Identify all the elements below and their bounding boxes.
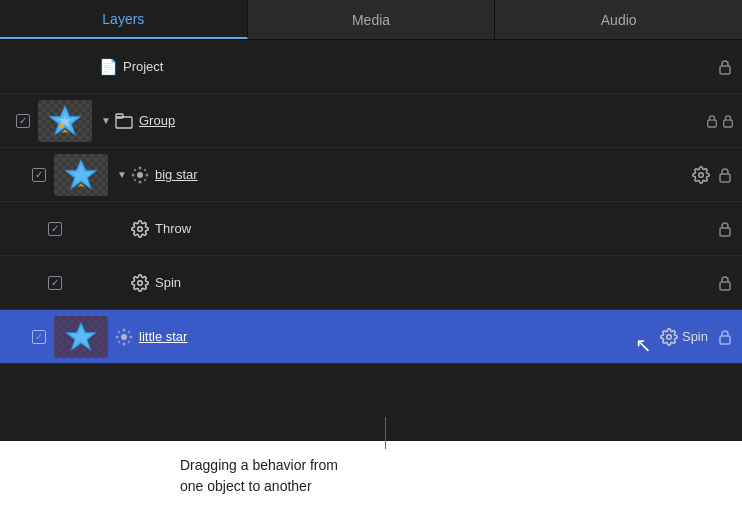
svg-rect-8 [708, 120, 717, 127]
svg-point-28 [123, 328, 126, 331]
group-icon [114, 111, 134, 131]
checkbox-checked-bigstar [32, 168, 46, 182]
tab-media[interactable]: Media [248, 0, 496, 39]
svg-point-32 [118, 330, 120, 332]
gear-icon-spin-row [130, 273, 150, 293]
gear-icon-bigstar [692, 166, 710, 184]
svg-rect-36 [720, 336, 730, 344]
particle-icon-bigstar [130, 165, 150, 185]
layer-row-littlestar[interactable]: little star Spin ↖ [0, 310, 742, 364]
svg-rect-9 [724, 120, 733, 127]
connector [371, 441, 372, 511]
svg-point-33 [128, 330, 130, 332]
svg-point-18 [134, 168, 136, 170]
annotation-area: Dragging a behavior from one object to a… [0, 441, 742, 511]
checkbox-spin[interactable] [40, 276, 70, 290]
lock-icon-project [716, 58, 734, 76]
tab-audio[interactable]: Audio [495, 0, 742, 39]
svg-point-20 [134, 178, 136, 180]
bigstar-name: big star [155, 167, 692, 182]
drag-label: Spin [682, 329, 708, 344]
tab-bar: Layers Media Audio [0, 0, 742, 40]
document-icon: 📄 [98, 57, 118, 77]
checkbox-empty [16, 60, 30, 74]
group-right-icons [706, 114, 734, 128]
svg-point-13 [137, 172, 143, 178]
checkbox-project [8, 60, 38, 74]
svg-rect-23 [720, 228, 730, 236]
svg-point-30 [116, 335, 119, 338]
project-name: Project [123, 59, 716, 74]
svg-text:★: ★ [58, 120, 65, 129]
checkbox-bigstar[interactable] [24, 168, 54, 182]
checkbox-checked-spin [48, 276, 62, 290]
spin-right-icons [716, 274, 734, 292]
tab-layers[interactable]: Layers [0, 0, 248, 39]
cursor-icon: ↖ [635, 333, 652, 357]
tab-layers-label: Layers [102, 11, 144, 27]
layer-list: 📄 Project [0, 40, 742, 441]
lock-icon-littlestar [716, 328, 734, 346]
svg-point-17 [146, 173, 149, 176]
layer-row-project[interactable]: 📄 Project [0, 40, 742, 94]
checkbox-littlestar[interactable] [24, 330, 54, 344]
thumbnail-group: ★ [38, 100, 92, 142]
svg-point-16 [132, 173, 135, 176]
expand-arrow-group[interactable]: ▼ [98, 115, 114, 126]
gear-icon-throw-row [130, 219, 150, 239]
panel: Layers Media Audio 📄 Project [0, 0, 742, 511]
expand-arrow-bigstar[interactable]: ▼ [114, 169, 130, 180]
annotation-line1: Dragging a behavior from [180, 455, 338, 476]
svg-point-15 [139, 180, 142, 183]
layer-row-throw[interactable]: Throw [0, 202, 742, 256]
svg-point-35 [128, 340, 130, 342]
svg-point-19 [144, 168, 146, 170]
tab-media-label: Media [352, 12, 390, 28]
spin-name: Spin [155, 275, 716, 290]
thumbnail-littlestar [54, 316, 108, 358]
svg-point-34 [118, 340, 120, 342]
svg-rect-0 [720, 66, 730, 74]
throw-name: Throw [155, 221, 716, 236]
svg-point-21 [144, 178, 146, 180]
particle-icon-littlestar [114, 327, 134, 347]
lock-icon-spin [716, 274, 734, 292]
checkbox-checked-group [16, 114, 30, 128]
svg-rect-6 [116, 117, 132, 128]
tab-audio-label: Audio [601, 12, 637, 28]
layer-row-spin[interactable]: Spin [0, 256, 742, 310]
lock-icon-throw [716, 220, 734, 238]
thumbnail-bigstar [54, 154, 108, 196]
checkbox-throw[interactable] [40, 222, 70, 236]
multi-lock-group [706, 114, 734, 128]
svg-point-27 [121, 334, 127, 340]
svg-point-14 [139, 166, 142, 169]
annotation-text: Dragging a behavior from one object to a… [20, 455, 338, 497]
checkbox-checked-throw [48, 222, 62, 236]
annotation-line2: one object to another [180, 476, 338, 497]
project-right-icons [716, 58, 734, 76]
layer-row-group[interactable]: ★ ▼ Group [0, 94, 742, 148]
svg-point-29 [123, 342, 126, 345]
throw-right-icons [716, 220, 734, 238]
svg-rect-7 [116, 114, 123, 118]
svg-point-31 [130, 335, 133, 338]
svg-rect-22 [720, 174, 730, 182]
layer-row-bigstar[interactable]: ▼ big star [0, 148, 742, 202]
littlestar-right-icons [716, 328, 734, 346]
checkbox-checked-littlestar [32, 330, 46, 344]
group-name: Group [139, 113, 706, 128]
bigstar-right-icons [692, 166, 734, 184]
annotation-line [385, 417, 386, 449]
littlestar-name: little star [139, 329, 660, 344]
checkbox-group[interactable] [8, 114, 38, 128]
drag-behavior-spin: Spin [660, 328, 708, 346]
lock-icon-bigstar [716, 166, 734, 184]
svg-rect-24 [720, 282, 730, 290]
